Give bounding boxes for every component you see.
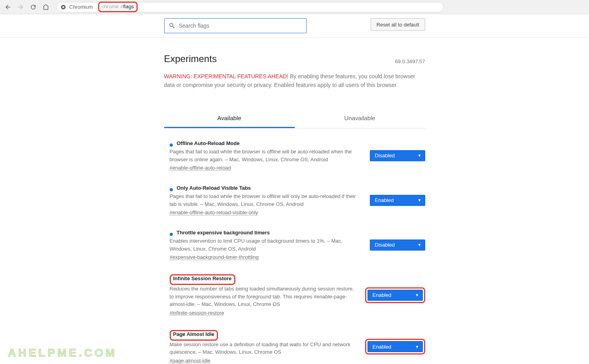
forward-button[interactable] [16, 2, 25, 12]
omnibox-divider [96, 4, 97, 10]
search-input[interactable] [179, 23, 302, 29]
flag-title-highlight: Page Almost Idle [170, 330, 218, 341]
reload-icon [30, 4, 37, 11]
flag-state-label: Enabled [373, 344, 392, 350]
flag-select-highlight: Enabled▼ [365, 339, 425, 355]
flag-title: Infinite Session Restore [173, 275, 232, 281]
chevron-down-icon: ▼ [418, 198, 422, 202]
flag-dot [170, 188, 173, 191]
flag-title: Throttle expensive background timers [177, 230, 270, 236]
arrow-right-icon [17, 4, 24, 11]
url-highlight: chrome://flags [98, 2, 138, 12]
flag-state-select[interactable]: Disabled▼ [370, 240, 425, 251]
flag-description: Enables intervention to limit CPU usage … [170, 237, 364, 253]
flags-list: Offline Auto-Reload ModePages that fail … [164, 140, 425, 364]
flag-hash[interactable]: #enable-offline-auto-reload [170, 165, 231, 171]
flag-hash[interactable]: #enable-offline-auto-reload-visible-only [170, 209, 258, 215]
back-button[interactable] [3, 2, 13, 12]
home-icon [42, 4, 49, 11]
warning-text: WARNING: EXPERIMENTAL FEATURES AHEAD! By… [164, 72, 425, 89]
omnibox[interactable]: Chromium chrome://flags [56, 2, 444, 12]
flag-state-select[interactable]: Disabled▼ [370, 150, 425, 161]
flag-description: Pages that fail to load while the browse… [170, 192, 364, 208]
browser-toolbar: Chromium chrome://flags [0, 0, 589, 14]
home-button[interactable] [41, 2, 51, 12]
reload-button[interactable] [28, 2, 38, 12]
flag-hash[interactable]: #expensive-background-timer-throttling [170, 254, 259, 260]
reset-all-button[interactable]: Reset all to default [371, 18, 425, 31]
flag-row: Only Auto-Reload Visible TabsPages that … [164, 185, 425, 215]
flag-title: Only Auto-Reload Visible Tabs [177, 185, 251, 191]
flag-row: Infinite Session RestoreReduces the numb… [164, 274, 425, 316]
flag-state-label: Enabled [375, 197, 394, 203]
flag-row: Page Almost IdleMake session restore use… [164, 330, 425, 364]
search-flags-box[interactable] [164, 18, 307, 33]
flag-state-label: Enabled [373, 292, 392, 298]
omnibox-url: chrome://flags [102, 4, 134, 9]
flag-description: Pages that fail to load while the browse… [170, 148, 364, 163]
flag-hash[interactable]: #page-almost-idle [170, 358, 210, 364]
tabs: Available Unavailable [164, 109, 425, 128]
flag-text: Infinite Session RestoreReduces the numb… [170, 274, 360, 316]
tab-unavailable[interactable]: Unavailable [295, 109, 425, 128]
chromium-icon [61, 4, 66, 10]
flag-state-label: Disabled [375, 153, 395, 158]
flag-state-label: Disabled [375, 242, 395, 248]
version-label: 69.0.3497.57 [395, 58, 425, 64]
flag-title-highlight: Infinite Session Restore [170, 274, 235, 285]
flag-title: Offline Auto-Reload Mode [177, 140, 240, 146]
flag-state-select[interactable]: Enabled▼ [370, 195, 425, 206]
flag-description: Reduces the number of tabs being loaded … [170, 285, 360, 308]
omnibox-origin-label: Chromium [69, 4, 93, 10]
svg-point-1 [62, 6, 64, 8]
chevron-down-icon: ▼ [418, 243, 422, 247]
flag-state-select[interactable]: Enabled▼ [367, 290, 423, 301]
flag-select-highlight: Enabled▼ [365, 287, 425, 303]
chevron-down-icon: ▼ [415, 293, 419, 297]
flag-dot [170, 233, 173, 236]
flag-title: Page Almost Idle [173, 331, 214, 337]
flag-text: Offline Auto-Reload ModePages that fail … [170, 140, 364, 171]
search-icon [169, 22, 176, 29]
flag-state-select[interactable]: Enabled▼ [367, 341, 423, 352]
chevron-down-icon: ▼ [415, 345, 419, 349]
flag-text: Throttle expensive background timersEnab… [170, 230, 364, 260]
flag-text: Only Auto-Reload Visible TabsPages that … [170, 185, 364, 215]
flag-text: Page Almost IdleMake session restore use… [170, 330, 360, 364]
page-title: Experiments [164, 53, 217, 64]
flag-row: Offline Auto-Reload ModePages that fail … [164, 140, 425, 171]
arrow-left-icon [4, 4, 11, 11]
page-area: Reset all to default Experiments 69.0.34… [0, 14, 589, 364]
tab-available[interactable]: Available [164, 109, 295, 128]
flag-dot [170, 143, 173, 147]
flag-row: Throttle expensive background timersEnab… [164, 230, 425, 260]
main-content: Experiments 69.0.3497.57 WARNING: EXPERI… [164, 53, 425, 364]
flag-hash[interactable]: #infinite-session-restore [170, 310, 224, 316]
chevron-down-icon: ▼ [418, 153, 422, 158]
flag-description: Make session restore use a definition of… [170, 341, 360, 356]
